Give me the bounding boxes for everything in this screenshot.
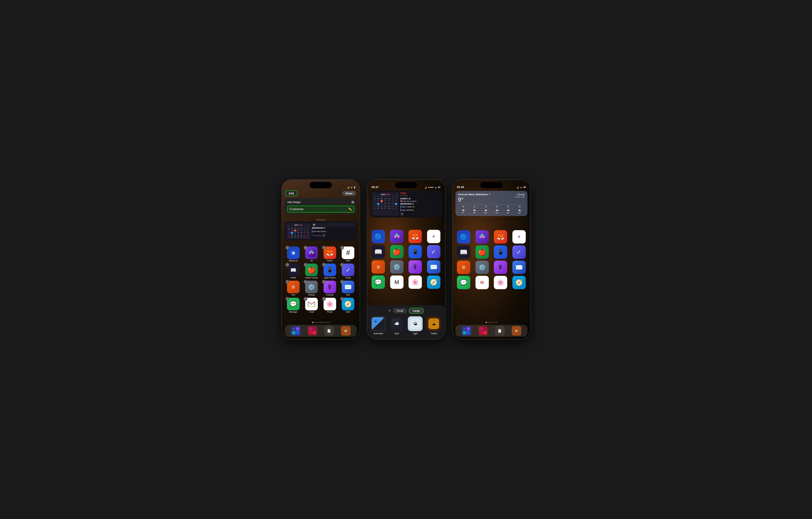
- theme-dark[interactable]: ☁️ Dark: [388, 316, 405, 335]
- signal-icon-2: ●●●●: [428, 186, 434, 189]
- done-button[interactable]: Done: [342, 191, 356, 196]
- app-firefox[interactable]: − 🦊 Firefox: [321, 246, 339, 262]
- p2-appleframes[interactable]: 📱: [407, 245, 424, 258]
- p3-firefox[interactable]: 🦊: [492, 230, 509, 244]
- dock3-item4[interactable]: ⊕: [512, 326, 521, 336]
- app-safari[interactable]: − 🧭 Safari: [340, 298, 357, 313]
- p3-slack[interactable]: #: [511, 230, 527, 244]
- delete-kindle[interactable]: −: [286, 263, 289, 267]
- small-btn[interactable]: Small: [393, 308, 407, 313]
- app-things[interactable]: − ✓ Things: [340, 264, 357, 279]
- theme-light[interactable]: 🌤 Light: [407, 316, 424, 335]
- label-messages: Messages: [289, 311, 297, 313]
- p3-mail[interactable]: ✉️: [511, 261, 527, 274]
- p2-kindle[interactable]: 📖: [370, 245, 387, 258]
- p2-messages[interactable]: 💬: [370, 275, 387, 289]
- dock-item-3[interactable]: 📋: [324, 326, 334, 336]
- delete-photos[interactable]: −: [322, 297, 326, 301]
- customise-row[interactable]: Customise ✏️: [287, 206, 354, 213]
- time-3: 09:48: [457, 186, 464, 189]
- p2-things[interactable]: ✓: [425, 245, 442, 258]
- f-icon-14: ☁: [506, 208, 510, 212]
- app-hive[interactable]: − ≡ Hive: [285, 281, 302, 296]
- delete-firefox[interactable]: −: [322, 246, 326, 249]
- add-widget-icon[interactable]: ⊞: [351, 200, 354, 204]
- p2-tot[interactable]: [388, 230, 405, 243]
- p2-podcasts[interactable]: 🎙: [407, 260, 424, 274]
- app-waking-up[interactable]: − ◉ Waking Up: [285, 246, 302, 262]
- cal-lg-prev[interactable]: ‹: [373, 194, 374, 195]
- wednesday-date: 16: [312, 223, 355, 227]
- dock-item-4[interactable]: ⊕: [341, 326, 351, 336]
- delete-tot[interactable]: −: [304, 246, 308, 249]
- delete-hive[interactable]: −: [286, 280, 289, 284]
- app-kindle[interactable]: − 📖 Kindle: [285, 264, 302, 279]
- p2-safari[interactable]: 🧭: [425, 275, 442, 289]
- dot-5: [320, 322, 321, 323]
- prev-month-icon[interactable]: ‹: [287, 224, 288, 226]
- delete-slack[interactable]: −: [340, 246, 344, 249]
- dock-item-1[interactable]: W N A T: [291, 326, 300, 336]
- p2-waking-up[interactable]: 🔵: [370, 230, 387, 243]
- delete-mail[interactable]: −: [340, 280, 344, 284]
- app-settings[interactable]: − ⚙️ Settings: [303, 281, 320, 296]
- dock-item-2[interactable]: [308, 326, 317, 336]
- delete-apple-frames[interactable]: −: [322, 263, 326, 267]
- p3-photos[interactable]: 🌸: [492, 276, 509, 289]
- delete-calorie[interactable]: −: [304, 263, 308, 267]
- theme-tinted[interactable]: ☁ Tinted: [425, 316, 442, 335]
- p3-settings[interactable]: ⚙️: [474, 261, 491, 274]
- delete-things[interactable]: −: [340, 263, 344, 267]
- edit-button[interactable]: Edit: [286, 190, 297, 196]
- p3-messages[interactable]: 💬: [456, 276, 472, 289]
- p2-firefox[interactable]: 🦊: [407, 230, 424, 243]
- app-podcasts[interactable]: − 🎙 Podcasts: [321, 281, 339, 296]
- app-apple-frames[interactable]: − 📱 Apple Frames: [321, 264, 339, 279]
- f-icon-13: ☁: [495, 208, 498, 212]
- add-event-button[interactable]: +: [322, 234, 325, 237]
- next-month-icon[interactable]: ›: [309, 224, 309, 226]
- p2-mail[interactable]: ✉️: [425, 260, 442, 274]
- dock3-item3[interactable]: 📋: [495, 326, 504, 336]
- delete-messages[interactable]: −: [286, 297, 289, 301]
- theme-automatic[interactable]: ☁ Automatic: [370, 316, 387, 335]
- dock3-item2[interactable]: [478, 326, 488, 336]
- app-tot[interactable]: − Tot: [303, 246, 320, 262]
- delete-waking-up[interactable]: −: [286, 246, 289, 249]
- p2-photos[interactable]: 🌸: [407, 275, 424, 289]
- large-btn[interactable]: Large: [409, 308, 424, 314]
- cal-header: ‹ June 2024 ›: [287, 224, 309, 226]
- delete-gmail[interactable]: −: [304, 297, 308, 301]
- p3-hive[interactable]: ≡: [456, 261, 472, 274]
- p3-things[interactable]: ✓: [511, 245, 527, 259]
- p3-tot[interactable]: [474, 230, 491, 244]
- p2-gmail[interactable]: M: [388, 275, 405, 289]
- weather-divider: [458, 204, 525, 204]
- p2-settings[interactable]: ⚙️: [388, 260, 405, 274]
- weather-widget[interactable]: Penicuik Ward, Midlothian ↗ 9° Cloudy H:…: [456, 191, 527, 216]
- p2-hive[interactable]: ≡: [370, 260, 387, 274]
- cal-lg-next[interactable]: ›: [397, 194, 398, 195]
- p3-appleframes[interactable]: 📱: [492, 245, 509, 259]
- add-event-btn2[interactable]: +: [400, 212, 404, 216]
- p3-calorie[interactable]: 🍎: [474, 245, 491, 259]
- p3-podcasts[interactable]: 🎙: [492, 261, 509, 274]
- delete-podcasts[interactable]: −: [322, 280, 326, 284]
- app-gmail[interactable]: − Gmail: [303, 298, 320, 313]
- p2-calorie[interactable]: 🍎: [388, 245, 405, 258]
- p2-slack[interactable]: #: [425, 230, 442, 243]
- brightness-icon: ☀: [388, 309, 391, 313]
- p3-waking-up[interactable]: 🔵: [456, 230, 472, 244]
- delete-safari[interactable]: −: [340, 297, 344, 301]
- label-slack: Slack: [346, 260, 350, 262]
- app-messages[interactable]: − 💬 Messages: [285, 298, 302, 313]
- p3-gmail[interactable]: M: [474, 276, 491, 289]
- app-slack[interactable]: − # Slack: [340, 246, 357, 262]
- app-calorie-counter[interactable]: − 🍎 Calorie Counter: [303, 264, 320, 279]
- dock3-item1[interactable]: W N A T: [462, 326, 471, 336]
- app-mail[interactable]: − ✉️ Mail: [340, 281, 357, 296]
- p3-safari[interactable]: 🧭: [511, 276, 527, 289]
- delete-settings[interactable]: −: [304, 280, 308, 284]
- p3-kindle[interactable]: 📖: [456, 245, 472, 259]
- app-photos[interactable]: − 🌸 Photos: [321, 298, 339, 313]
